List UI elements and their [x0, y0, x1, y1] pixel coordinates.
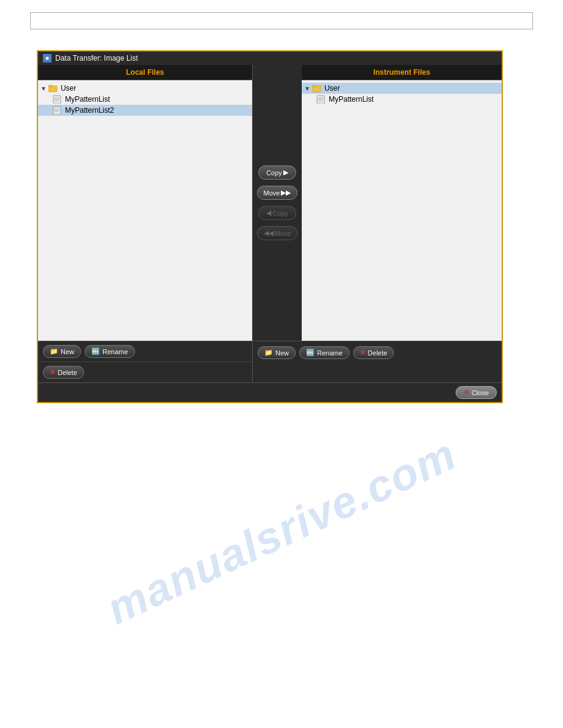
mypatternlist-instrument-label: MyPatternList — [329, 95, 373, 104]
local-files-tree[interactable]: ▼ User — [38, 80, 252, 341]
bottom-panels: 📁 New 🔤 Rename ✖ Delete — [38, 341, 502, 382]
left-panel: Local Files ▼ User — [38, 65, 253, 341]
address-bar[interactable] — [30, 12, 533, 29]
file-icon-2 — [53, 107, 63, 114]
title-bar-icon: ■ — [43, 54, 52, 63]
delete-left-icon: ✖ — [50, 368, 55, 376]
instrument-files-header: Instrument Files — [302, 65, 502, 80]
left-bottom-bar2: ✖ Delete — [38, 362, 252, 382]
rename-right-icon: 🔤 — [306, 349, 315, 357]
new-right-button[interactable]: 📁 New — [258, 346, 296, 359]
tree-item-user-local[interactable]: ▼ User — [38, 83, 252, 94]
user-label-local: User — [61, 84, 76, 93]
svg-rect-2 — [53, 96, 61, 104]
tree-item-mypatternlist[interactable]: MyPatternList — [38, 94, 252, 105]
copy-left-arrow: ◀ — [266, 209, 271, 217]
svg-rect-6 — [53, 107, 61, 115]
new-left-button[interactable]: 📁 New — [43, 345, 81, 358]
move-left-label: Move — [275, 230, 291, 237]
move-right-button[interactable]: Move ▶▶ — [257, 186, 298, 200]
delete-right-button[interactable]: ✖ Delete — [353, 346, 394, 359]
copy-right-label: Copy — [266, 169, 282, 176]
left-bottom-section: 📁 New 🔤 Rename ✖ Delete — [38, 341, 253, 382]
delete-left-label: Delete — [58, 369, 77, 376]
page-wrapper: ■ Data Transfer: Image List Local Files … — [0, 12, 563, 728]
file-icon-1 — [53, 96, 63, 103]
delete-left-button[interactable]: ✖ Delete — [43, 366, 84, 379]
middle-panel: Copy ▶ Move ▶▶ ◀ Copy ◀◀ Move — [253, 65, 302, 341]
dialog-title: Data Transfer: Image List — [55, 54, 138, 63]
copy-left-button[interactable]: ◀ Copy — [258, 206, 296, 220]
close-icon: ✖ — [464, 389, 469, 396]
tree-toggle-instrument: ▼ — [304, 85, 310, 92]
close-button[interactable]: ✖ Close — [456, 386, 497, 399]
rename-right-label: Rename — [317, 349, 343, 357]
close-bar: ✖ Close — [38, 382, 502, 402]
delete-right-icon: ✖ — [360, 349, 366, 357]
new-left-icon: 📁 — [50, 347, 58, 355]
folder-icon-instrument — [312, 85, 322, 92]
new-right-label: New — [275, 349, 289, 357]
mypatternlist-label: MyPatternList — [65, 95, 110, 104]
new-left-label: New — [61, 348, 74, 355]
file-icon-instrument-1 — [316, 96, 326, 103]
svg-rect-1 — [48, 85, 52, 87]
rename-left-icon: 🔤 — [91, 347, 100, 355]
move-left-arrow: ◀◀ — [264, 229, 274, 237]
tree-item-user-instrument[interactable]: ▼ User — [302, 83, 502, 94]
close-label: Close — [472, 389, 489, 396]
copy-left-label: Copy — [272, 210, 288, 217]
delete-right-label: Delete — [368, 349, 388, 357]
watermark: manualsrive.com — [99, 428, 464, 634]
new-right-icon: 📁 — [264, 349, 273, 357]
folder-icon-local — [48, 85, 58, 92]
left-bottom-bar: 📁 New 🔤 Rename — [38, 341, 252, 362]
copy-right-arrow: ▶ — [283, 169, 288, 176]
copy-right-button[interactable]: Copy ▶ — [258, 165, 296, 180]
rename-left-label: Rename — [102, 348, 128, 355]
rename-left-button[interactable]: 🔤 Rename — [85, 345, 135, 358]
move-left-button[interactable]: ◀◀ Move — [257, 226, 298, 240]
tree-item-mypatternlist-instrument[interactable]: MyPatternList — [302, 94, 502, 105]
right-panel: Instrument Files ▼ User — [302, 65, 502, 341]
move-right-arrow: ▶▶ — [281, 189, 291, 197]
local-files-header: Local Files — [38, 65, 252, 80]
right-bottom-bar: 📁 New 🔤 Rename ✖ Delete — [253, 341, 502, 382]
instrument-files-tree[interactable]: ▼ User — [302, 80, 502, 341]
tree-item-mypatternlist2[interactable]: MyPatternList2 — [38, 105, 252, 116]
user-label-instrument: User — [324, 84, 340, 93]
tree-toggle-local: ▼ — [40, 85, 47, 92]
right-bottom-section: 📁 New 🔤 Rename ✖ Delete — [253, 341, 502, 382]
title-bar: ■ Data Transfer: Image List — [38, 51, 502, 65]
dialog-window: ■ Data Transfer: Image List Local Files … — [37, 50, 503, 403]
svg-rect-11 — [312, 85, 316, 87]
mypatternlist2-label: MyPatternList2 — [65, 106, 114, 115]
svg-rect-12 — [317, 96, 324, 104]
move-right-label: Move — [264, 189, 280, 197]
content-area: Local Files ▼ User — [38, 65, 502, 341]
rename-right-button[interactable]: 🔤 Rename — [299, 346, 350, 359]
